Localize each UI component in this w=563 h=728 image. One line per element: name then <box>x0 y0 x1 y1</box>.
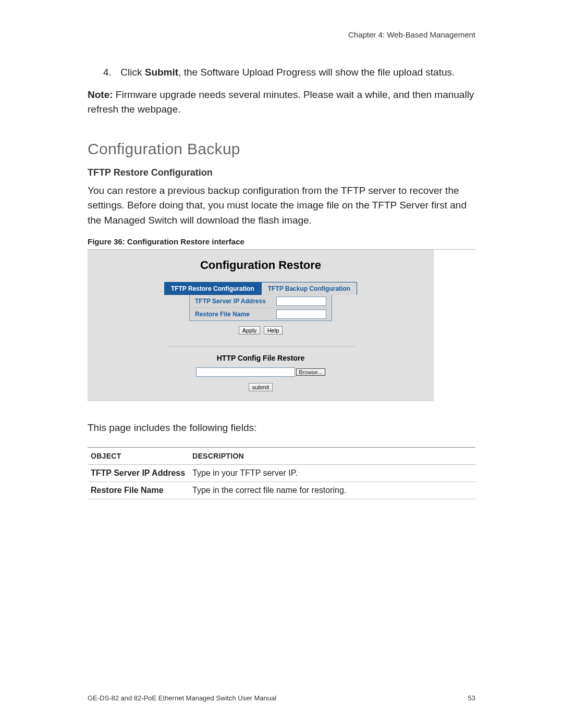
tab-bar: TFTP Restore Configuration TFTP Backup C… <box>88 281 433 294</box>
file-path-input[interactable] <box>196 367 295 377</box>
browse-button[interactable]: Browse... <box>296 368 325 376</box>
note-paragraph: Note: Firmware upgrade needs several min… <box>88 88 475 117</box>
tftp-panel: TFTP Server IP Address Restore File Name <box>189 294 332 321</box>
page-footer: GE-DS-82 and 82-PoE Ethernet Managed Swi… <box>88 694 475 702</box>
chapter-header: Chapter 4: Web-Based Management <box>88 30 475 39</box>
figure-caption: Figure 36: Configuration Restore interfa… <box>88 237 475 246</box>
table-row: TFTP Server IP Address Type in your TFTP… <box>88 465 475 482</box>
submit-button[interactable]: submit <box>249 383 273 391</box>
step-text-pre: Click <box>120 67 144 78</box>
row-tftp-ip: TFTP Server IP Address <box>190 295 332 307</box>
file-row: Browse... <box>88 367 433 377</box>
tab-tftp-backup[interactable]: TFTP Backup Configuration <box>261 282 357 295</box>
help-button[interactable]: Help <box>264 326 283 335</box>
cell-object: TFTP Server IP Address <box>88 465 189 482</box>
cell-description: Type in your TFTP server IP. <box>189 465 475 482</box>
input-tftp-ip[interactable] <box>276 297 326 306</box>
table-row: Restore File Name Type in the correct fi… <box>88 482 475 499</box>
step-text-post: , the Software Upload Progress will show… <box>178 67 455 78</box>
step-4: 4. Click Submit, the Software Upload Pro… <box>103 65 475 80</box>
figure-screenshot: Configuration Restore TFTP Restore Confi… <box>88 250 434 401</box>
fields-intro: This page includes the following fields: <box>88 422 475 434</box>
step-number: 4. <box>103 65 118 80</box>
note-label: Note: <box>88 89 113 100</box>
input-restore-file[interactable] <box>276 310 326 319</box>
note-text: Firmware upgrade needs several minutes. … <box>88 89 474 115</box>
apply-button[interactable]: Apply <box>239 326 261 335</box>
subsection-heading: TFTP Restore Configuration <box>88 167 475 178</box>
document-page: Chapter 4: Web-Based Management 4. Click… <box>0 0 563 728</box>
footer-page-number: 53 <box>468 694 475 702</box>
row-restore-file: Restore File Name <box>190 307 332 320</box>
tab-tftp-restore[interactable]: TFTP Restore Configuration <box>164 282 261 295</box>
step-text-bold: Submit <box>145 67 178 78</box>
cell-description: Type in the correct file name for restor… <box>189 482 475 499</box>
footer-manual-title: GE-DS-82 and 82-PoE Ethernet Managed Swi… <box>88 694 276 702</box>
fields-table: OBJECT DESCRIPTION TFTP Server IP Addres… <box>88 447 475 499</box>
th-description: DESCRIPTION <box>189 448 475 465</box>
th-object: OBJECT <box>88 448 189 465</box>
body-paragraph: You can restore a previous backup config… <box>88 183 475 228</box>
screenshot-title: Configuration Restore <box>88 258 433 272</box>
label-tftp-ip: TFTP Server IP Address <box>195 298 276 305</box>
cell-object: Restore File Name <box>88 482 189 499</box>
submit-row: submit <box>88 382 433 391</box>
section-heading: Configuration Backup <box>88 140 475 158</box>
divider <box>167 346 354 347</box>
apply-help-row: Apply Help <box>88 325 433 335</box>
http-restore-heading: HTTP Config File Restore <box>88 354 433 362</box>
label-restore-file: Restore File Name <box>195 311 276 318</box>
